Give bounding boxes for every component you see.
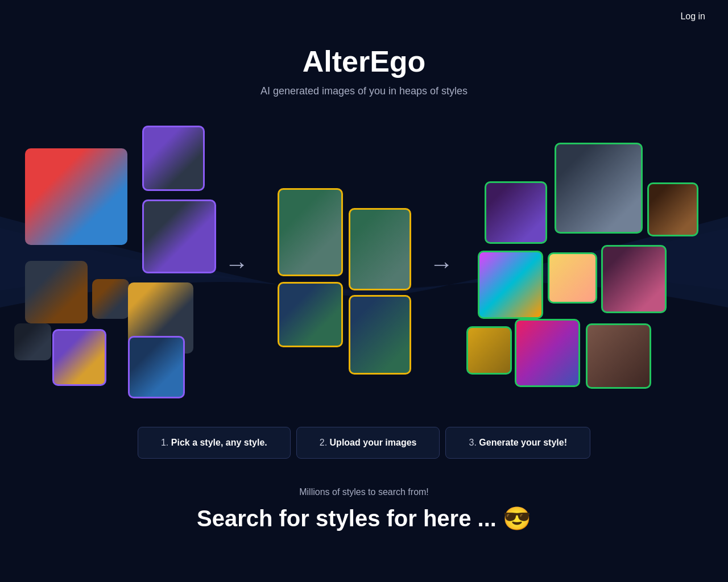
arrow-left: → (225, 251, 249, 278)
site-title: AlterEgo (0, 44, 728, 78)
output-card-9 (586, 323, 651, 389)
style-card-ninja (142, 199, 216, 273)
upload-photo-1 (278, 188, 343, 276)
bottom-section: Millions of styles to search from! Searc… (0, 481, 728, 543)
output-card-5 (548, 252, 597, 304)
output-card-6 (601, 245, 667, 313)
hero-subtitle: AI generated images of you in heaps of s… (0, 85, 728, 97)
steps-bar: 1. Pick a style, any style. 2. Upload yo… (0, 410, 728, 481)
step-2-label: Upload your images (330, 438, 417, 447)
header: Log in (0, 0, 728, 33)
millions-text: Millions of styles to search from! (0, 487, 728, 497)
style-card-warrior (92, 279, 129, 319)
style-card-avatar (128, 336, 185, 398)
arrow-right: → (429, 251, 453, 278)
upload-photo-4 (349, 295, 411, 375)
output-card-8 (515, 319, 580, 387)
login-button[interactable]: Log in (680, 11, 705, 22)
step-2-num: 2. (320, 438, 330, 447)
style-card-wizard (14, 323, 51, 360)
output-card-2 (647, 182, 698, 236)
step-3-button[interactable]: 3. Generate your style! (445, 427, 590, 459)
search-heading: Search for styles for here ... 😎 (0, 505, 728, 532)
illustration-area: → → (0, 114, 728, 410)
output-card-4 (478, 251, 543, 319)
upload-photo-3 (349, 208, 411, 290)
output-card-3 (485, 181, 547, 244)
step-2-button[interactable]: 2. Upload your images (296, 427, 440, 459)
output-card-7 (466, 326, 512, 375)
style-card-anime (25, 148, 127, 245)
step-1-num: 1. (161, 438, 171, 447)
step-1-label: Pick a style, any style. (171, 438, 267, 447)
step-1-button[interactable]: 1. Pick a style, any style. (138, 427, 291, 459)
step-3-num: 3. (469, 438, 479, 447)
style-card-elf-girl (142, 126, 205, 191)
hero-section: AlterEgo AI generated images of you in h… (0, 33, 728, 103)
upload-photo-2 (278, 282, 343, 347)
style-card-elf-blonde (52, 329, 106, 386)
output-card-1 (555, 143, 643, 234)
style-card-wolf (25, 261, 88, 323)
step-3-label: Generate your style! (479, 438, 567, 447)
